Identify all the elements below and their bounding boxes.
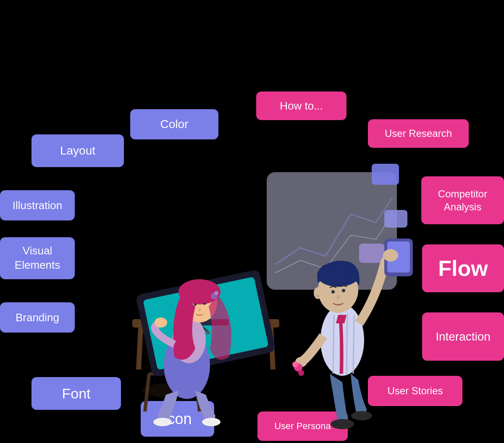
svg-rect-3 <box>359 244 384 263</box>
svg-point-43 <box>298 370 304 376</box>
svg-point-27 <box>153 418 172 426</box>
svg-point-20 <box>178 279 220 304</box>
svg-point-28 <box>202 418 220 426</box>
svg-line-34 <box>346 314 347 375</box>
visual-elements-label: VisualElements <box>15 244 60 273</box>
interaction-tag[interactable]: Interaction <box>422 312 504 361</box>
branding-label: Branding <box>16 311 59 324</box>
svg-rect-1 <box>372 164 399 185</box>
competitor-analysis-label: CompetitorAnalysis <box>438 187 487 213</box>
svg-line-35 <box>353 315 354 374</box>
color-label: Color <box>160 118 189 131</box>
competitor-analysis-tag[interactable]: CompetitorAnalysis <box>421 176 504 224</box>
howto-tag[interactable]: How to... <box>256 92 346 120</box>
illustration-label: Illustration <box>13 199 63 212</box>
svg-point-23 <box>194 303 197 306</box>
visual-elements-tag[interactable]: VisualElements <box>0 237 75 279</box>
svg-line-10 <box>139 328 141 370</box>
central-illustration <box>65 139 426 433</box>
interaction-label: Interaction <box>436 330 491 343</box>
svg-point-48 <box>336 295 340 299</box>
user-research-label: User Research <box>385 128 452 139</box>
flow-tag[interactable]: Flow <box>422 244 504 292</box>
illustration-tag[interactable]: Illustration <box>0 190 75 220</box>
svg-point-25 <box>198 308 201 312</box>
color-tag[interactable]: Color <box>130 109 218 139</box>
svg-line-32 <box>333 315 334 374</box>
svg-point-24 <box>203 302 206 305</box>
svg-point-47 <box>342 289 345 292</box>
svg-rect-2 <box>384 210 407 228</box>
svg-point-29 <box>331 419 354 429</box>
flow-label: Flow <box>438 256 488 281</box>
svg-point-30 <box>351 411 372 420</box>
svg-point-26 <box>155 317 167 328</box>
svg-point-50 <box>316 294 320 298</box>
howto-label: How to... <box>280 100 323 113</box>
svg-point-42 <box>292 362 298 367</box>
svg-point-16 <box>206 331 210 334</box>
svg-line-5 <box>145 374 149 412</box>
svg-point-46 <box>331 290 335 294</box>
svg-point-22 <box>214 291 218 295</box>
svg-point-39 <box>383 249 398 262</box>
branding-tag[interactable]: Branding <box>0 302 75 333</box>
